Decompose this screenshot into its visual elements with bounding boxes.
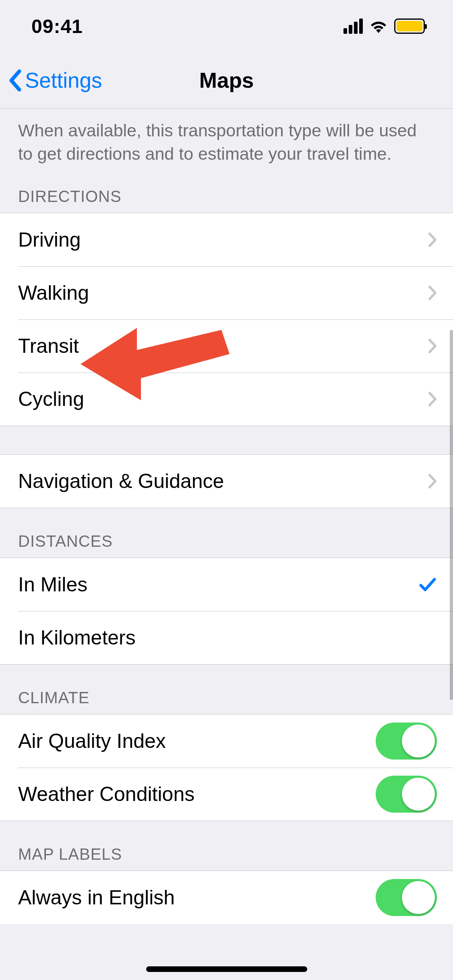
chevron-right-icon — [428, 338, 437, 354]
section-description: When available, this transportation type… — [0, 109, 453, 179]
row-cycling[interactable]: Cycling — [0, 373, 453, 426]
section-header-map-labels: MAP LABELS — [0, 821, 453, 871]
nav-guidance-group: Navigation & Guidance — [0, 454, 453, 508]
wifi-icon — [368, 19, 389, 34]
row-in-miles[interactable]: In Miles — [0, 558, 453, 611]
section-header-climate: CLIMATE — [0, 665, 453, 714]
toggle-switch[interactable] — [376, 723, 437, 760]
row-driving[interactable]: Driving — [0, 213, 453, 266]
back-label: Settings — [25, 68, 102, 93]
row-weather-conditions[interactable]: Weather Conditions — [0, 768, 453, 821]
chevron-left-icon — [8, 69, 22, 92]
toggle-switch[interactable] — [376, 776, 437, 813]
row-label: Cycling — [18, 387, 428, 411]
row-label: Weather Conditions — [18, 782, 376, 806]
row-in-kilometers[interactable]: In Kilometers — [0, 611, 453, 664]
navigation-bar: Settings Maps — [0, 52, 453, 109]
chevron-right-icon — [428, 232, 437, 247]
row-label: Air Quality Index — [18, 729, 376, 753]
status-icons — [343, 19, 425, 34]
section-header-directions: DIRECTIONS — [0, 179, 453, 213]
row-label: In Kilometers — [18, 626, 437, 649]
cellular-signal-icon — [343, 19, 363, 34]
row-label: Transit — [18, 334, 428, 358]
map-labels-group: Always in English — [0, 871, 453, 924]
distances-group: In Miles In Kilometers — [0, 558, 453, 665]
row-navigation-guidance[interactable]: Navigation & Guidance — [0, 455, 453, 508]
row-always-in-english[interactable]: Always in English — [0, 871, 453, 924]
status-time: 09:41 — [31, 15, 83, 37]
row-label: In Miles — [18, 573, 418, 596]
row-transit[interactable]: Transit — [0, 319, 453, 373]
chevron-right-icon — [428, 285, 437, 301]
status-bar: 09:41 — [0, 0, 453, 52]
directions-group: Driving Walking Transit Cycling — [0, 213, 453, 426]
row-air-quality-index[interactable]: Air Quality Index — [0, 714, 453, 768]
row-label: Navigation & Guidance — [18, 469, 428, 493]
battery-icon — [394, 19, 425, 34]
row-label: Walking — [18, 281, 428, 305]
back-button[interactable]: Settings — [8, 68, 102, 93]
scroll-indicator — [450, 330, 453, 700]
row-label: Always in English — [18, 886, 376, 909]
checkmark-icon — [418, 575, 437, 594]
toggle-switch[interactable] — [376, 879, 437, 916]
chevron-right-icon — [428, 391, 437, 407]
section-header-distances: DISTANCES — [0, 508, 453, 558]
row-label: Driving — [18, 228, 428, 251]
chevron-right-icon — [428, 474, 437, 489]
row-walking[interactable]: Walking — [0, 266, 453, 319]
climate-group: Air Quality Index Weather Conditions — [0, 714, 453, 821]
home-indicator[interactable] — [146, 966, 307, 972]
